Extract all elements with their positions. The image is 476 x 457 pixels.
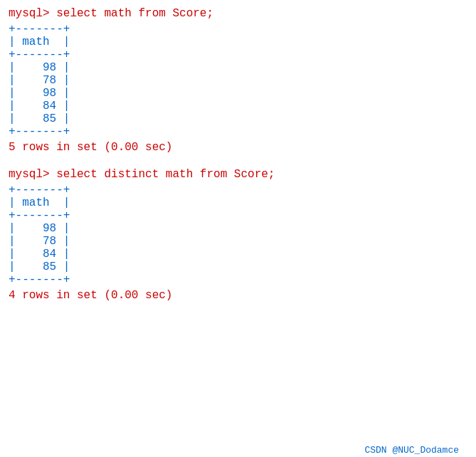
- table-header-2: | math |: [9, 196, 467, 209]
- table-border-top-2: +-------+: [9, 184, 467, 196]
- table-row: | 84 |: [9, 100, 467, 112]
- query-block-2: mysql> select distinct math from Score; …: [9, 168, 467, 302]
- table-border-top-1: +-------+: [9, 23, 467, 36]
- table-row: | 78 |: [9, 235, 467, 248]
- table-border-mid-2: +-------+: [9, 209, 467, 222]
- table-row: | 98 |: [9, 61, 467, 74]
- watermark: CSDN @NUC_Dodamce: [364, 445, 459, 456]
- table-data-rows-2: | 98 || 78 || 84 || 85 |: [9, 222, 467, 273]
- result-1: 5 rows in set (0.00 sec): [9, 141, 467, 154]
- table-row: | 85 |: [9, 112, 467, 125]
- command-1: mysql> select math from Score;: [9, 7, 467, 20]
- command-2: mysql> select distinct math from Score;: [9, 168, 467, 181]
- table-header-1: | math |: [9, 36, 467, 48]
- table-row: | 98 |: [9, 222, 467, 235]
- table-row: | 84 |: [9, 248, 467, 261]
- query-block-1: mysql> select math from Score; +-------+…: [9, 7, 467, 154]
- result-2: 4 rows in set (0.00 sec): [9, 289, 467, 302]
- terminal-output: mysql> select math from Score; +-------+…: [9, 7, 467, 457]
- table-border-bot-1: +-------+: [9, 125, 467, 138]
- table-row: | 98 |: [9, 87, 467, 100]
- table-row: | 78 |: [9, 74, 467, 87]
- table-data-rows-1: | 98 || 78 || 98 || 84 || 85 |: [9, 61, 467, 125]
- table-border-mid-1: +-------+: [9, 48, 467, 61]
- table-border-bot-2: +-------+: [9, 273, 467, 286]
- table-row: | 85 |: [9, 261, 467, 273]
